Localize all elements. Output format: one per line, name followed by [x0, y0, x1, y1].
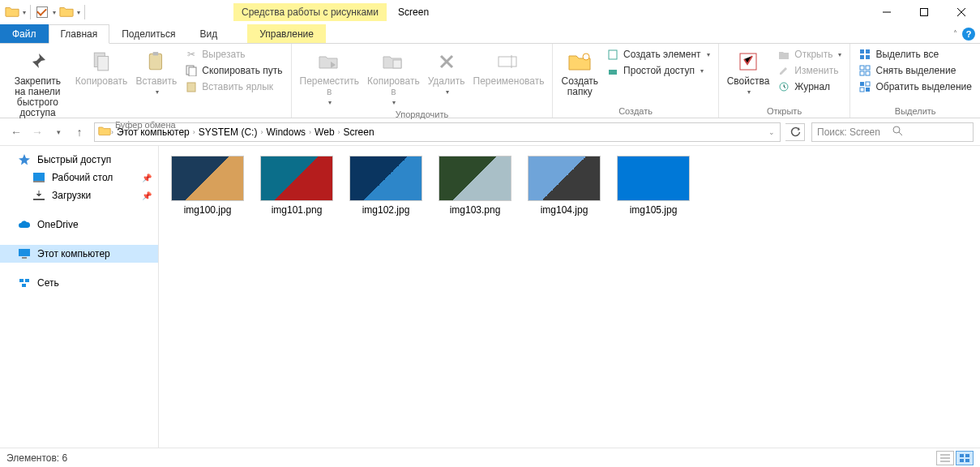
new-folder-icon	[567, 49, 593, 75]
svg-rect-22	[866, 71, 870, 75]
properties-button[interactable]: Свойства▾	[724, 45, 773, 97]
rename-button[interactable]: Переименовать	[470, 45, 548, 87]
file-item[interactable]: img101.png	[258, 156, 336, 216]
pin-quick-access-button[interactable]: Закрепить на панели быстрого доступа	[5, 45, 71, 118]
file-item[interactable]: img105.jpg	[614, 156, 692, 216]
recent-locations-dropdown[interactable]: ▾	[49, 122, 68, 142]
easy-access-button[interactable]: Простой доступ▾	[603, 63, 713, 78]
delete-button[interactable]: Удалить▾	[425, 45, 469, 97]
properties-qat-button[interactable]	[36, 6, 48, 18]
file-item[interactable]: img104.jpg	[525, 156, 603, 216]
folder-icon	[5, 5, 19, 19]
file-item[interactable]: img100.jpg	[169, 156, 246, 216]
scissors-icon: ✂	[185, 48, 198, 61]
file-item[interactable]: img102.jpg	[347, 156, 425, 216]
address-bar: ← → ▾ ↑ › Этот компьютер› SYSTEM (C:)› W…	[0, 118, 980, 146]
file-name-label: img100.jpg	[184, 204, 232, 216]
nav-network[interactable]: Сеть	[0, 274, 158, 292]
tab-home[interactable]: Главная	[49, 24, 110, 44]
file-item[interactable]: img103.png	[436, 156, 514, 216]
svg-rect-8	[393, 60, 401, 68]
svg-rect-4	[152, 52, 158, 55]
tab-file[interactable]: Файл	[0, 24, 49, 43]
paste-button[interactable]: Вставить▾	[132, 45, 180, 97]
new-folder-qat-button[interactable]	[59, 5, 74, 19]
ribbon: Закрепить на панели быстрого доступа Коп…	[0, 44, 980, 118]
nav-downloads[interactable]: Загрузки📌	[0, 186, 158, 204]
copy-to-button[interactable]: Копировать в▾	[364, 45, 423, 108]
dropdown-icon[interactable]: ▾	[23, 9, 26, 16]
breadcrumb-item[interactable]: Windows	[263, 126, 309, 138]
invert-selection-button[interactable]: Обратить выделение	[855, 79, 975, 94]
svg-rect-32	[19, 249, 30, 256]
desktop-icon	[32, 171, 45, 184]
thumbnail	[349, 156, 422, 201]
file-list[interactable]: img100.jpgimg101.pngimg102.jpgimg103.png…	[159, 146, 980, 448]
group-organize: Переместить в▾ Копировать в▾ Удалить▾ Пе…	[292, 44, 554, 118]
select-none-button[interactable]: Снять выделение	[855, 63, 975, 78]
window-title: Screen	[398, 6, 429, 18]
window-controls	[868, 0, 980, 24]
history-button[interactable]: Журнал	[774, 79, 845, 94]
history-icon	[777, 80, 790, 93]
details-view-button[interactable]	[936, 451, 954, 465]
svg-point-11	[583, 54, 589, 60]
breadcrumb[interactable]: › Этот компьютер› SYSTEM (C:)› Windows› …	[94, 122, 781, 142]
thumbnail	[617, 156, 690, 201]
nav-quick-access[interactable]: Быстрый доступ	[0, 151, 158, 169]
breadcrumb-item[interactable]: Screen	[340, 126, 378, 138]
collapse-ribbon-icon[interactable]: ˄	[953, 29, 957, 38]
help-icon[interactable]: ?	[962, 28, 975, 41]
svg-rect-9	[499, 57, 516, 66]
search-placeholder: Поиск: Screen	[817, 126, 892, 138]
file-name-label: img102.jpg	[362, 204, 410, 216]
paste-shortcut-icon	[185, 80, 198, 93]
separator	[30, 5, 31, 19]
copy-button[interactable]: Копировать	[72, 45, 131, 87]
copy-path-button[interactable]: Скопировать путь	[182, 63, 285, 78]
dropdown-icon[interactable]: ▾	[53, 9, 56, 16]
svg-rect-2	[98, 57, 109, 71]
file-name-label: img105.jpg	[630, 204, 678, 216]
cut-button[interactable]: ✂Вырезать	[182, 47, 285, 62]
paste-shortcut-button[interactable]: Вставить ярлык	[182, 79, 285, 94]
open-icon	[777, 48, 790, 61]
pin-icon: 📌	[142, 191, 152, 200]
select-all-button[interactable]: Выделить все	[855, 47, 975, 62]
computer-icon	[18, 247, 31, 260]
qat-customize-dropdown[interactable]: ▾	[77, 9, 80, 16]
tab-view[interactable]: Вид	[187, 24, 229, 43]
thumbnails-view-button[interactable]	[956, 451, 974, 465]
back-button[interactable]: ←	[6, 122, 26, 142]
svg-rect-40	[960, 454, 964, 457]
thumbnail	[439, 156, 511, 201]
address-dropdown[interactable]: ⌄	[768, 128, 780, 136]
breadcrumb-item[interactable]: Web	[311, 126, 337, 138]
move-to-button[interactable]: Переместить в▾	[297, 45, 363, 108]
open-button[interactable]: Открыть▾	[774, 47, 845, 62]
navigation-pane[interactable]: Быстрый доступ Рабочий стол📌 Загрузки📌 O…	[0, 146, 159, 448]
tab-share[interactable]: Поделиться	[109, 24, 187, 43]
svg-rect-0	[921, 9, 928, 16]
pin-icon: 📌	[142, 174, 152, 182]
maximize-button[interactable]	[905, 0, 943, 24]
breadcrumb-item[interactable]: SYSTEM (C:)	[195, 126, 261, 138]
group-label: Создать	[558, 105, 713, 118]
new-item-button[interactable]: Создать элемент▾	[603, 47, 713, 62]
search-input[interactable]: Поиск: Screen	[811, 122, 974, 142]
up-button[interactable]: ↑	[70, 122, 89, 142]
refresh-button[interactable]	[785, 123, 805, 141]
minimize-button[interactable]	[868, 0, 905, 24]
close-button[interactable]	[943, 0, 980, 24]
edit-button[interactable]: Изменить	[774, 63, 845, 78]
move-to-icon	[316, 49, 342, 75]
nav-onedrive[interactable]: OneDrive	[0, 216, 158, 234]
forward-button[interactable]: →	[28, 122, 47, 142]
new-folder-button[interactable]: Создать папку	[558, 45, 601, 97]
breadcrumb-item[interactable]: Этот компьютер	[113, 126, 193, 138]
nav-desktop[interactable]: Рабочий стол📌	[0, 169, 158, 186]
nav-this-pc[interactable]: Этот компьютер	[0, 245, 158, 263]
title-bar: ▾ ▾ ▾ Средства работы с рисунками Screen	[0, 0, 980, 24]
svg-point-27	[893, 126, 900, 133]
tab-manage[interactable]: Управление	[247, 24, 326, 43]
